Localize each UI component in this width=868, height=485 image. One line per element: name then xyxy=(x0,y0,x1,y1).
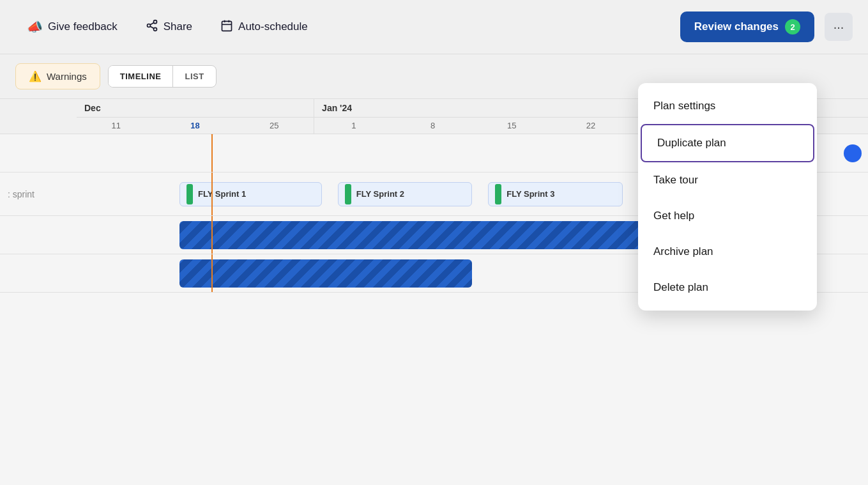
duplicate-plan-label: Duplicate plan xyxy=(657,137,726,150)
give-feedback-label: Give feedback xyxy=(48,20,118,33)
milestone-dot-2 xyxy=(844,144,862,162)
more-options-button[interactable]: ··· xyxy=(825,13,853,41)
sprint-dot-1 xyxy=(187,184,193,204)
sprint-3-label: FLY Sprint 3 xyxy=(506,189,554,199)
svg-point-1 xyxy=(147,24,150,27)
svg-line-3 xyxy=(150,26,154,28)
svg-point-0 xyxy=(153,20,156,23)
week-22: 22 xyxy=(551,118,630,134)
auto-schedule-label: Auto-schedule xyxy=(238,20,308,33)
share-button[interactable]: Share xyxy=(134,13,204,42)
sprint-dot-3 xyxy=(495,184,501,204)
review-changes-label: Review changes xyxy=(694,20,779,33)
month-dec: Dec 11 18 25 xyxy=(77,99,314,134)
list-view-button[interactable]: LIST xyxy=(173,66,215,87)
sprint-dot-2 xyxy=(345,184,351,204)
svg-line-4 xyxy=(150,22,154,24)
more-dots-icon: ··· xyxy=(834,20,844,35)
get-help-item[interactable]: Get help xyxy=(638,198,817,234)
week-18-today: 18 xyxy=(156,118,235,134)
get-help-label: Get help xyxy=(653,210,694,222)
toolbar: 📣 Give feedback Share Auto-schedule Revi… xyxy=(0,0,868,54)
svg-point-2 xyxy=(153,27,156,31)
view-toggle: TIMELINE LIST xyxy=(108,65,217,88)
give-feedback-button[interactable]: 📣 Give feedback xyxy=(15,13,129,41)
sprint-bar-3[interactable]: FLY Sprint 3 xyxy=(488,182,623,206)
week-11: 11 xyxy=(77,118,156,134)
week-15: 15 xyxy=(473,118,552,134)
plan-settings-item[interactable]: Plan settings xyxy=(638,88,817,124)
review-changes-button[interactable]: Review changes 2 xyxy=(680,12,814,42)
stripe-bar-2[interactable] xyxy=(179,259,472,288)
warnings-button[interactable]: ⚠️ Warnings xyxy=(15,63,100,89)
share-label: Share xyxy=(164,20,192,33)
warning-icon: ⚠️ xyxy=(29,70,42,82)
share-icon xyxy=(146,19,158,35)
today-line-stripe1 xyxy=(211,216,213,254)
archive-plan-label: Archive plan xyxy=(653,245,713,258)
sprint-2-label: FLY Sprint 2 xyxy=(356,189,404,199)
sprint-bar-1[interactable]: FLY Sprint 1 xyxy=(179,182,322,206)
month-dec-label: Dec xyxy=(77,99,314,118)
timeline-view-button[interactable]: TIMELINE xyxy=(109,66,173,87)
sprint-bar-2[interactable]: FLY Sprint 2 xyxy=(338,182,473,206)
auto-schedule-button[interactable]: Auto-schedule xyxy=(209,13,319,42)
take-tour-label: Take tour xyxy=(653,174,698,187)
dropdown-menu: Plan settings Duplicate plan Take tour G… xyxy=(638,83,817,311)
today-arrow xyxy=(207,134,217,135)
duplicate-plan-item[interactable]: Duplicate plan xyxy=(641,124,814,162)
archive-plan-item[interactable]: Archive plan xyxy=(638,234,817,270)
today-line-sprint xyxy=(211,173,213,215)
delete-plan-item[interactable]: Delete plan xyxy=(638,270,817,305)
take-tour-item[interactable]: Take tour xyxy=(638,162,817,198)
warnings-label: Warnings xyxy=(47,71,87,82)
megaphone-icon: 📣 xyxy=(27,19,43,35)
stripe-bar-1[interactable] xyxy=(179,221,670,249)
week-8: 8 xyxy=(393,118,473,134)
plan-settings-label: Plan settings xyxy=(653,100,715,112)
sprint-row-label: : sprint xyxy=(0,189,77,199)
calendar-icon xyxy=(220,19,233,35)
delete-plan-label: Delete plan xyxy=(653,281,708,294)
today-line xyxy=(211,134,213,172)
sprint-1-label: FLY Sprint 1 xyxy=(198,189,246,199)
week-1: 1 xyxy=(314,118,393,134)
dec-weeks: 11 18 25 xyxy=(77,118,314,134)
week-25: 25 xyxy=(234,118,314,134)
review-badge: 2 xyxy=(785,19,800,35)
today-line-stripe2 xyxy=(211,254,213,292)
